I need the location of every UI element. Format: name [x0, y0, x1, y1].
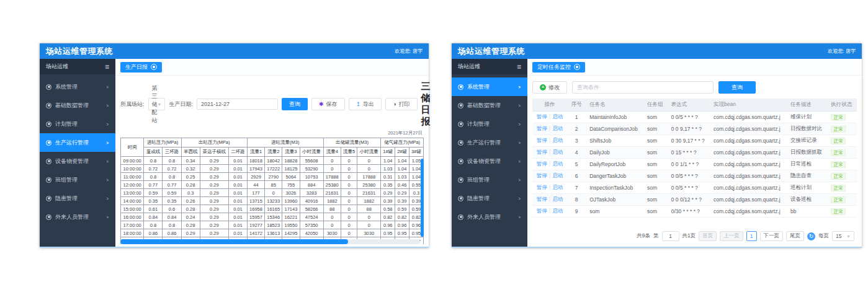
print-button[interactable]: ◑打印	[385, 98, 417, 110]
sidebar-item-4[interactable]: 生产运行管理>	[40, 133, 115, 152]
sidebar-item-7[interactable]: 隐患管理>	[40, 189, 115, 208]
status-cell: 正常	[827, 194, 857, 206]
save-icon: ✱	[319, 102, 324, 107]
horizontal-scrollbar-thumb[interactable]	[120, 239, 348, 244]
save-button[interactable]: ✱保存	[311, 98, 345, 110]
task-row: 暂停|启动8OJTaskJobsom0 0 0/12 * * ?com.cdqj…	[532, 194, 857, 206]
sidebar-item-8[interactable]: 外来人员管理>	[40, 208, 115, 226]
sidebar-item-1[interactable]: 系统管理>	[40, 77, 115, 96]
sidebar-item-2[interactable]: 基础数据管理>	[452, 96, 527, 115]
group-cell: som	[643, 206, 668, 218]
table-cell: 47524	[300, 213, 323, 221]
hamburger-icon[interactable]: ≡	[105, 63, 109, 71]
sidebar-menu: 系统管理>基础数据管理>计划管理>生产运行管理>设备物资管理>班组管理>隐患管理…	[40, 74, 115, 226]
sidebar-item-label: 生产运行管理	[55, 139, 89, 147]
pause-link[interactable]: 暂停	[537, 161, 547, 167]
modify-button[interactable]: +修改	[532, 81, 567, 94]
task-search-input[interactable]	[572, 81, 714, 94]
prev-page-button[interactable]: 上一页	[720, 231, 743, 241]
pause-link[interactable]: 暂停	[537, 172, 547, 178]
tab-close-icon[interactable]	[151, 64, 157, 70]
divider: |	[549, 149, 550, 155]
sidebar-item-8[interactable]: 外来人员管理>	[452, 208, 527, 226]
refresh-icon[interactable]: ↻	[807, 232, 815, 240]
tab-label: 定时任务监控	[537, 63, 571, 71]
sidebar-item-2[interactable]: 基础数据管理>	[40, 96, 115, 115]
table-cell: 16165	[265, 205, 282, 213]
table-row: 13:00:000.590.590.30.290.011770302632832…	[121, 189, 424, 197]
chevron-down-icon: ▼	[846, 234, 851, 239]
chevron-right-icon: >	[107, 177, 109, 183]
current-page-button[interactable]: 1	[746, 231, 757, 241]
name-cell: som	[586, 206, 643, 218]
last-page-button[interactable]: 尾页	[786, 231, 804, 241]
table-cell: 3026	[282, 189, 300, 197]
start-link[interactable]: 启动	[552, 208, 563, 214]
table-cell: 21631	[357, 189, 381, 197]
name-cell: DataComparisonJob	[586, 123, 643, 135]
start-link[interactable]: 启动	[552, 184, 563, 190]
table-cell: 0	[341, 157, 357, 165]
start-link[interactable]: 启动	[552, 113, 563, 120]
sidebar-item-6[interactable]: 班组管理>	[452, 170, 527, 189]
start-link[interactable]: 启动	[552, 172, 563, 178]
start-link[interactable]: 启动	[552, 196, 563, 202]
sidebar-item-3[interactable]: 计划管理>	[40, 115, 115, 133]
chevron-right-icon: >	[107, 121, 109, 127]
table-cell: 42050	[300, 229, 323, 237]
search-button[interactable]: 查询	[718, 81, 756, 94]
vertical-scrollbar[interactable]	[421, 159, 424, 237]
station-select[interactable]: 第三储配站 ▼	[148, 98, 166, 110]
status-badge: 正常	[831, 173, 846, 180]
horizontal-scrollbar-track[interactable]	[120, 239, 420, 244]
sidebar-item-5[interactable]: 设备物资管理>	[452, 152, 527, 170]
sidebar-item-6[interactable]: 班组管理>	[40, 170, 115, 189]
start-link[interactable]: 启动	[552, 161, 563, 167]
status-cell: 正常	[827, 170, 857, 182]
sidebar-item-3[interactable]: 计划管理>	[452, 115, 527, 133]
status-badge: 正常	[831, 196, 846, 203]
start-link[interactable]: 启动	[552, 137, 563, 143]
content-area: 定时任务监控 +修改 查询 操作序号任务名任务组表达式实现bean任务描述执行状…	[527, 59, 862, 247]
sidebar-item-label: 基础数据管理	[55, 102, 89, 110]
page-size-select[interactable]: 15 ▼	[832, 231, 854, 241]
start-link[interactable]: 启动	[552, 125, 563, 131]
scheduled-task-window: 场站运维管理系统 欢迎您: 唐宇 场站运维 ≡ 系统管理>基础数据管理>计划管理…	[452, 43, 862, 248]
table-cell: 0	[341, 213, 357, 221]
table-cell: 17:00:00	[121, 221, 144, 229]
desc-cell: 设备巡检	[787, 194, 827, 206]
menu-bullet-icon	[458, 84, 463, 90]
tab-production-report[interactable]: 生产日报	[120, 62, 162, 73]
production-date-input[interactable]	[197, 99, 278, 110]
sidebar-item-5[interactable]: 设备物资管理>	[40, 152, 115, 170]
pause-link[interactable]: 暂停	[537, 113, 547, 120]
first-page-button[interactable]: 首页	[699, 231, 717, 241]
pause-link[interactable]: 暂停	[537, 196, 547, 202]
bean-cell: com.cdqj.cdgas.som.quartz.j	[710, 194, 787, 206]
total-count: 共9条	[637, 232, 650, 240]
operation-cell: 暂停|启动	[532, 206, 567, 218]
pause-link[interactable]: 暂停	[537, 184, 547, 190]
pause-link[interactable]: 暂停	[537, 137, 547, 143]
col-header: 1#罐	[381, 148, 395, 157]
tab-task-monitor[interactable]: 定时任务监控	[532, 62, 585, 73]
group-cell: som	[643, 135, 668, 147]
tab-close-icon[interactable]	[574, 64, 580, 70]
next-page-button[interactable]: 下一页	[760, 231, 784, 241]
menu-bullet-icon	[46, 214, 51, 220]
sidebar-item-7[interactable]: 隐患管理>	[452, 189, 527, 208]
sidebar-item-1[interactable]: 系统管理>	[452, 77, 527, 96]
search-button[interactable]: 查询	[282, 98, 308, 110]
page-number-input[interactable]	[666, 233, 676, 239]
table-cell: 0.29	[200, 189, 228, 197]
col-header: 任务描述	[787, 99, 827, 112]
hamburger-icon[interactable]: ≡	[517, 63, 521, 71]
sidebar-item-4[interactable]: 生产运行管理>	[452, 133, 527, 152]
start-link[interactable]: 启动	[552, 149, 563, 155]
pause-link[interactable]: 暂停	[537, 149, 547, 155]
pause-link[interactable]: 暂停	[537, 125, 547, 131]
pause-link[interactable]: 暂停	[537, 208, 547, 214]
export-button[interactable]: ↥导出	[349, 98, 382, 110]
app-title: 场站运维管理系统	[458, 46, 525, 57]
col-header: 流量1	[247, 148, 264, 157]
